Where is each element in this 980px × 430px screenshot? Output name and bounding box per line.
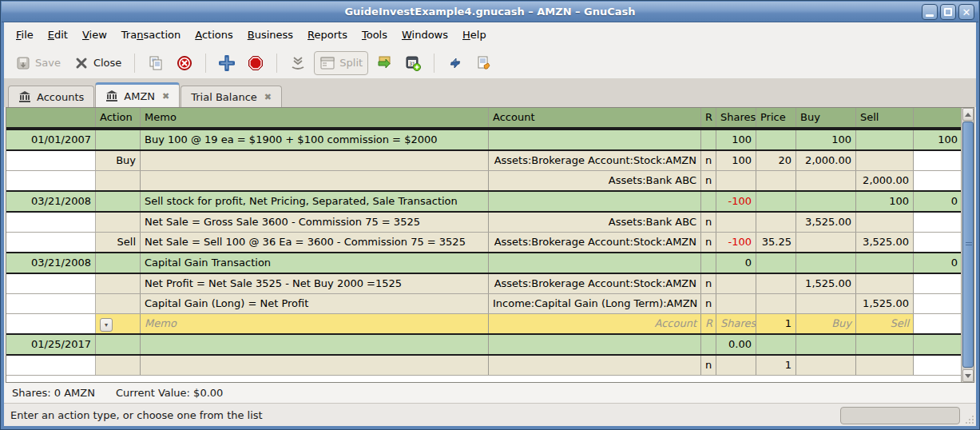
r-cell[interactable] xyxy=(701,253,716,273)
action-cell[interactable] xyxy=(96,192,141,211)
shares-cell[interactable]: -100 xyxy=(716,192,756,211)
balance-cell[interactable]: 0 xyxy=(914,192,962,211)
resize-grip[interactable] xyxy=(963,413,974,424)
buy-cell[interactable]: 1,525.00 xyxy=(796,274,856,293)
r-cell[interactable]: R xyxy=(701,314,716,333)
date-cell[interactable] xyxy=(6,213,96,232)
sell-cell[interactable] xyxy=(856,335,914,354)
sell-cell[interactable] xyxy=(856,253,914,273)
shares-cell[interactable]: 0 xyxy=(716,253,756,273)
titlebar[interactable]: GuideInvestExample4.gnucash – AMZN – Gnu… xyxy=(2,2,978,22)
price-cell[interactable] xyxy=(756,253,796,273)
shares-cell[interactable]: 0.00 xyxy=(716,335,756,354)
menu-reports[interactable]: Reports xyxy=(300,25,355,45)
jump-button[interactable] xyxy=(371,52,397,74)
sell-cell[interactable]: 1,525.00 xyxy=(856,294,914,313)
r-cell[interactable]: n xyxy=(701,151,716,170)
buy-cell[interactable] xyxy=(796,233,856,252)
sell-cell[interactable]: 3,525.00 xyxy=(856,233,914,252)
save-button[interactable]: Save xyxy=(10,52,65,74)
duplicate-button[interactable] xyxy=(143,52,169,74)
r-cell[interactable]: n xyxy=(701,274,716,293)
account-cell[interactable] xyxy=(489,130,701,149)
balance-cell[interactable] xyxy=(914,356,962,375)
shares-cell[interactable] xyxy=(716,294,756,313)
r-cell[interactable]: n xyxy=(701,171,716,190)
date-cell[interactable] xyxy=(6,314,96,333)
date-cell[interactable]: 03/21/2008 xyxy=(6,253,96,273)
menu-windows[interactable]: Windows xyxy=(395,25,455,45)
date-cell[interactable] xyxy=(6,274,96,293)
account-cell[interactable]: Assets:Brokerage Account:Stock:AMZN xyxy=(489,274,701,293)
action-cell[interactable] xyxy=(96,335,141,354)
price-cell[interactable] xyxy=(756,335,796,354)
action-cell[interactable] xyxy=(96,171,141,190)
minimize-button[interactable] xyxy=(922,4,938,20)
split-button[interactable]: Split xyxy=(314,51,368,75)
buy-cell[interactable] xyxy=(796,253,856,273)
price-cell[interactable]: 1 xyxy=(756,356,796,375)
account-cell[interactable]: Income:Capital Gain (Long Term):AMZN xyxy=(489,294,701,313)
balance-cell[interactable] xyxy=(914,294,962,313)
buy-cell[interactable]: 2,000.00 xyxy=(796,151,856,170)
scrollbar-thumb[interactable] xyxy=(962,121,974,368)
scroll-up-button[interactable] xyxy=(962,108,974,121)
transfer-button[interactable] xyxy=(442,52,468,74)
action-cell[interactable]: ▾ xyxy=(96,314,141,333)
enter-button[interactable] xyxy=(214,52,240,74)
tab-accounts[interactable]: Accounts xyxy=(8,86,94,107)
buy-cell[interactable]: 100 xyxy=(796,130,856,149)
shares-cell[interactable] xyxy=(716,171,756,190)
shares-cell[interactable]: Shares xyxy=(716,314,756,333)
date-cell[interactable] xyxy=(6,294,96,313)
memo-cell[interactable]: Sell stock for profit, Net Pricing, Sepa… xyxy=(141,192,489,211)
balance-cell[interactable] xyxy=(914,171,962,190)
sell-cell[interactable] xyxy=(856,356,914,375)
account-cell[interactable]: Assets:Brokerage Account:Stock:AMZN xyxy=(489,151,701,170)
price-cell[interactable] xyxy=(756,294,796,313)
account-cell[interactable] xyxy=(489,335,701,354)
account-cell[interactable]: Assets:Bank ABC xyxy=(489,213,701,232)
balance-cell[interactable]: 0 xyxy=(914,253,962,273)
r-cell[interactable] xyxy=(701,192,716,211)
price-cell[interactable] xyxy=(756,130,796,149)
delete-button[interactable] xyxy=(172,52,197,74)
shares-cell[interactable] xyxy=(716,356,756,375)
scroll-down-button[interactable] xyxy=(962,369,974,382)
account-cell[interactable] xyxy=(489,192,701,211)
buy-cell[interactable] xyxy=(796,356,856,375)
action-cell[interactable] xyxy=(96,253,141,273)
price-cell[interactable] xyxy=(756,192,796,211)
shares-cell[interactable] xyxy=(716,213,756,232)
date-cell[interactable] xyxy=(6,171,96,190)
sell-cell[interactable] xyxy=(856,274,914,293)
menu-help[interactable]: Help xyxy=(455,25,494,45)
memo-cell[interactable] xyxy=(141,171,489,190)
account-cell[interactable]: Assets:Bank ABC xyxy=(489,171,701,190)
r-cell[interactable]: n xyxy=(701,213,716,232)
date-cell[interactable]: 03/21/2008 xyxy=(6,192,96,211)
edit-exchange-rate-button[interactable] xyxy=(471,52,497,74)
sell-cell[interactable]: Sell xyxy=(856,314,914,333)
balance-cell[interactable]: 100 xyxy=(914,130,962,149)
price-cell[interactable] xyxy=(756,274,796,293)
action-cell[interactable] xyxy=(96,356,141,375)
buy-cell[interactable] xyxy=(796,335,856,354)
account-cell[interactable]: Assets:Brokerage Account:Stock:AMZN xyxy=(489,233,701,252)
memo-cell[interactable]: Capital Gain (Long) = Net Profit xyxy=(141,294,489,313)
r-cell[interactable]: n xyxy=(701,356,716,375)
balance-cell[interactable] xyxy=(914,314,962,333)
memo-cell[interactable]: Net Profit = Net Sale 3525 - Net Buy 200… xyxy=(141,274,489,293)
action-cell[interactable] xyxy=(96,294,141,313)
date-cell[interactable] xyxy=(6,233,96,252)
price-cell[interactable] xyxy=(756,171,796,190)
tab-close-icon[interactable]: ✖ xyxy=(162,92,169,101)
action-dropdown-button[interactable]: ▾ xyxy=(100,318,113,332)
sell-cell[interactable]: 100 xyxy=(856,192,914,211)
memo-cell[interactable] xyxy=(141,151,489,170)
cancel-button[interactable] xyxy=(243,52,268,74)
sell-cell[interactable]: 2,000.00 xyxy=(856,171,914,190)
close-window-button[interactable]: ✕ xyxy=(958,4,974,20)
buy-cell[interactable] xyxy=(796,192,856,211)
sell-cell[interactable] xyxy=(856,130,914,149)
